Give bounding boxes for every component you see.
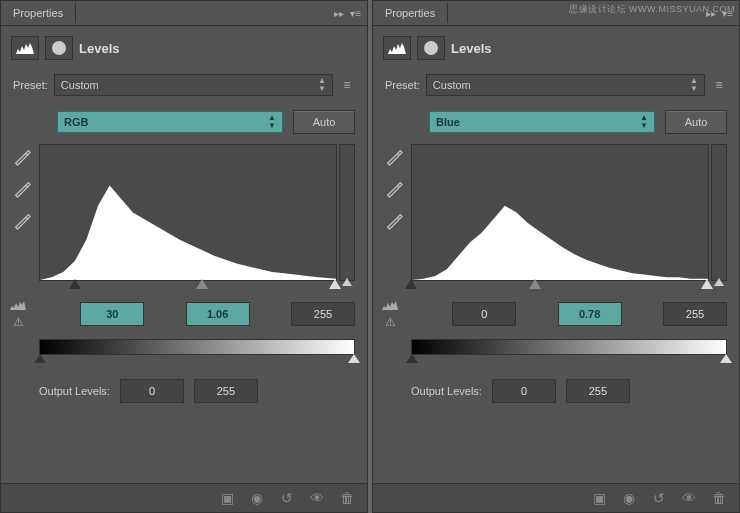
properties-panel-left: Properties ▸▸ ▾≡ Levels Preset: Custom ▲… (0, 0, 368, 513)
auto-button[interactable]: Auto (293, 110, 355, 134)
black-point-eyedropper-icon[interactable] (13, 148, 31, 166)
view-previous-icon[interactable]: ◉ (619, 488, 639, 508)
trash-icon[interactable]: 🗑 (337, 488, 357, 508)
toggle-visibility-icon[interactable]: 👁 (307, 488, 327, 508)
properties-tab[interactable]: Properties (1, 3, 76, 23)
preset-dropdown[interactable]: Custom ▲▼ (426, 74, 705, 96)
white-point-eyedropper-icon[interactable] (385, 212, 403, 230)
preset-label: Preset: (13, 79, 48, 91)
shadows-input[interactable]: 30 (80, 302, 144, 326)
trash-icon[interactable]: 🗑 (709, 488, 729, 508)
dropdown-arrows-icon: ▲▼ (690, 77, 698, 93)
output-white-input[interactable]: 255 (194, 379, 258, 403)
levels-adjustment-icon[interactable] (11, 36, 39, 60)
histogram-chart (411, 144, 709, 281)
midtones-input[interactable]: 1.06 (186, 302, 250, 326)
input-slider-track[interactable] (39, 279, 335, 291)
midtones-slider-icon[interactable] (529, 279, 541, 289)
vertical-range-slider[interactable] (711, 144, 727, 281)
warning-icon[interactable]: ⚠ (13, 315, 24, 329)
reset-icon[interactable]: ↺ (277, 488, 297, 508)
toggle-visibility-icon[interactable]: 👁 (679, 488, 699, 508)
dropdown-arrows-icon: ▲▼ (318, 77, 326, 93)
output-levels-label: Output Levels: (39, 385, 110, 397)
warning-icon[interactable]: ⚠ (385, 315, 396, 329)
highlights-input[interactable]: 255 (291, 302, 355, 326)
dropdown-arrows-icon: ▲▼ (268, 114, 276, 130)
panel-footer: ▣ ◉ ↺ 👁 🗑 (1, 483, 367, 512)
preset-menu-icon[interactable]: ≡ (711, 77, 727, 93)
view-previous-icon[interactable]: ◉ (247, 488, 267, 508)
panel-titlebar: Properties ▸▸ ▾≡ (1, 1, 367, 26)
highlights-input[interactable]: 255 (663, 302, 727, 326)
clip-to-layer-icon[interactable]: ▣ (217, 488, 237, 508)
layer-mask-icon[interactable] (45, 36, 73, 60)
clip-to-layer-icon[interactable]: ▣ (589, 488, 609, 508)
panel-footer: ▣ ◉ ↺ 👁 🗑 (373, 483, 739, 512)
channel-dropdown[interactable]: RGB ▲▼ (57, 111, 283, 133)
panel-title: Levels (79, 41, 119, 56)
dropdown-arrows-icon: ▲▼ (640, 114, 648, 130)
watermark-text: 思缘设计论坛 WWW.MISSYUAN.COM (569, 3, 735, 16)
gray-point-eyedropper-icon[interactable] (13, 180, 31, 198)
panel-title: Levels (451, 41, 491, 56)
vertical-range-slider[interactable] (339, 144, 355, 281)
histogram-chart (39, 144, 337, 281)
reset-icon[interactable]: ↺ (649, 488, 669, 508)
shadows-slider-icon[interactable] (69, 279, 81, 289)
output-levels-label: Output Levels: (411, 385, 482, 397)
levels-small-icon (9, 299, 27, 313)
black-point-eyedropper-icon[interactable] (385, 148, 403, 166)
preset-dropdown[interactable]: Custom ▲▼ (54, 74, 333, 96)
white-point-eyedropper-icon[interactable] (13, 212, 31, 230)
levels-adjustment-icon[interactable] (383, 36, 411, 60)
properties-panel-right: 思缘设计论坛 WWW.MISSYUAN.COM Properties ▸▸ ▾≡… (372, 0, 740, 513)
panel-menu-icon[interactable]: ▾≡ (350, 8, 361, 19)
auto-button[interactable]: Auto (665, 110, 727, 134)
gray-point-eyedropper-icon[interactable] (385, 180, 403, 198)
channel-dropdown[interactable]: Blue ▲▼ (429, 111, 655, 133)
output-black-input[interactable]: 0 (492, 379, 556, 403)
preset-menu-icon[interactable]: ≡ (339, 77, 355, 93)
midtones-input[interactable]: 0.78 (558, 302, 622, 326)
output-black-input[interactable]: 0 (120, 379, 184, 403)
output-gradient-slider[interactable] (411, 339, 727, 355)
midtones-slider-icon[interactable] (196, 279, 208, 289)
preset-label: Preset: (385, 79, 420, 91)
shadows-input[interactable]: 0 (452, 302, 516, 326)
input-slider-track[interactable] (411, 279, 707, 291)
collapse-icon[interactable]: ▸▸ (334, 8, 344, 19)
output-gradient-slider[interactable] (39, 339, 355, 355)
shadows-slider-icon[interactable] (405, 279, 417, 289)
levels-small-icon (381, 299, 399, 313)
output-white-input[interactable]: 255 (566, 379, 630, 403)
properties-tab[interactable]: Properties (373, 3, 448, 23)
layer-mask-icon[interactable] (417, 36, 445, 60)
